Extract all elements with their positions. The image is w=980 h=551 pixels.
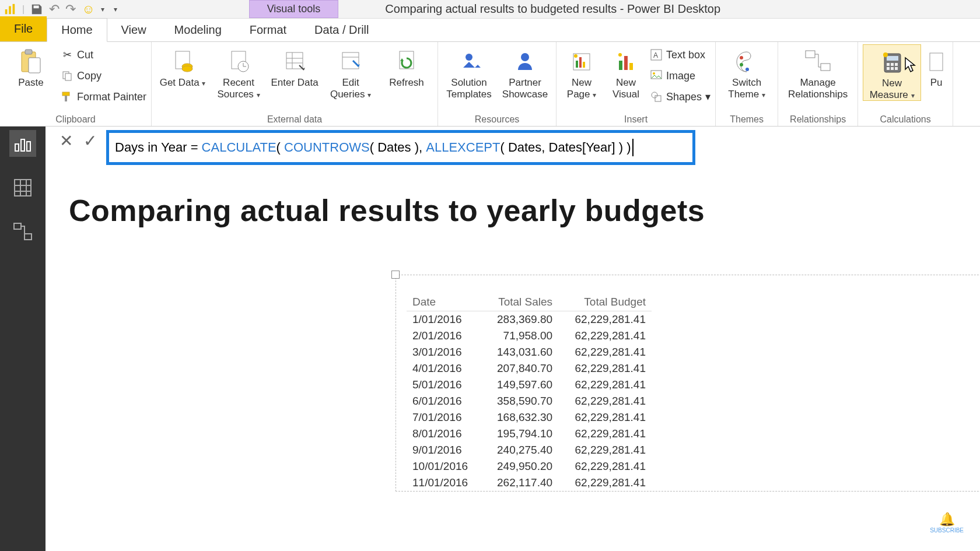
svg-point-22 [466, 54, 473, 61]
qat-customize-dropdown[interactable]: ▾ [110, 5, 121, 13]
tab-file[interactable]: File [0, 16, 47, 41]
ribbon-group-calculations: New Measure ▾ Pu Calculations [858, 42, 953, 126]
cell-budget: 62,229,281.41 [558, 377, 652, 393]
svg-rect-43 [821, 64, 830, 71]
formula-input[interactable]: Days in Year = CALCULATE ( COUNTROWS ( D… [106, 130, 695, 165]
report-canvas[interactable]: Comparing actual results to yearly budge… [46, 170, 980, 551]
tab-home[interactable]: Home [47, 18, 107, 42]
tab-data-drill[interactable]: Data / Drill [300, 19, 383, 41]
table-row[interactable]: 7/01/2016 168,632.30 62,229,281.41 [407, 409, 652, 426]
group-label-external-data: External data [267, 114, 322, 126]
svg-rect-2 [13, 3, 15, 13]
refresh-button[interactable]: Refresh [380, 44, 433, 89]
table-row[interactable]: 8/01/2016 195,794.10 62,229,281.41 [407, 426, 652, 442]
solution-templates-button[interactable]: Solution Templates [443, 44, 495, 100]
redo-icon[interactable]: ↷ [65, 2, 76, 17]
subscribe-bell-icon: 🔔 [930, 512, 964, 527]
table-row[interactable]: 11/01/2016 262,117.40 62,229,281.41 [407, 475, 652, 491]
cell-sales: 240,275.40 [482, 442, 558, 458]
shapes-icon [650, 90, 663, 103]
get-data-button[interactable]: Get Data ▾ [156, 44, 209, 89]
table-visual[interactable]: ≡ Date Total Sales Total Budget 1/01/201… [396, 275, 980, 492]
formula-commit-button[interactable]: ✓ [83, 131, 97, 150]
work-area: ✕ ✓ Days in Year = CALCULATE ( COUNTROWS… [0, 127, 980, 551]
partner-showcase-label: Partner Showcase [499, 77, 551, 100]
formula-fn-countrows: COUNTROWS [284, 140, 370, 155]
cell-budget: 62,229,281.41 [558, 311, 652, 328]
cell-date: 10/01/2016 [407, 458, 482, 475]
feedback-smiley-icon[interactable]: ☺ [82, 2, 94, 17]
canvas-wrap: ✕ ✓ Days in Year = CALCULATE ( COUNTROWS… [46, 127, 980, 551]
visual-options-icon[interactable]: ≡ [396, 275, 980, 290]
resize-handle-icon[interactable] [391, 271, 400, 279]
col-date[interactable]: Date [407, 293, 482, 311]
solution-templates-icon [456, 47, 482, 77]
svg-point-52 [883, 52, 888, 57]
smiley-dropdown[interactable]: ▾ [101, 5, 104, 13]
cell-budget: 62,229,281.41 [558, 458, 652, 475]
new-visual-button[interactable]: New Visual [606, 44, 646, 100]
ribbon-group-external-data: Get Data ▾ Recent Sources ▾ Enter Data E… [152, 42, 438, 126]
image-button[interactable]: Image [650, 66, 710, 85]
table-row[interactable]: 1/01/2016 283,369.80 62,229,281.41 [407, 311, 652, 328]
cell-sales: 262,117.40 [482, 475, 558, 491]
switch-theme-icon [734, 47, 759, 77]
table-row[interactable]: 3/01/2016 143,031.60 62,229,281.41 [407, 344, 652, 360]
copy-button[interactable]: Copy [61, 66, 146, 85]
new-measure-label: New Measure ▾ [863, 78, 921, 100]
formula-cancel-button[interactable]: ✕ [60, 131, 73, 150]
manage-relationships-button[interactable]: Manage Relationships [783, 44, 853, 100]
col-total-budget[interactable]: Total Budget [558, 293, 652, 311]
paste-icon [19, 47, 43, 77]
quick-access-toolbar: | ↶ ↷ ☺ ▾ ▾ [0, 2, 121, 17]
format-painter-button[interactable]: Format Painter [61, 87, 146, 106]
tab-modeling[interactable]: Modeling [160, 19, 236, 41]
edit-queries-button[interactable]: Edit Queries ▾ [324, 44, 377, 100]
svg-rect-56 [27, 142, 30, 151]
svg-rect-0 [5, 9, 8, 14]
enter-data-button[interactable]: Enter Data [268, 44, 321, 89]
table-row[interactable]: 6/01/2016 358,590.70 62,229,281.41 [407, 393, 652, 409]
format-painter-icon [61, 90, 74, 103]
group-label-clipboard: Clipboard [55, 114, 95, 126]
mouse-cursor-icon [904, 57, 917, 77]
new-page-button[interactable]: New Page ▾ [561, 44, 602, 100]
paste-button[interactable]: Paste [5, 44, 57, 89]
table-row[interactable]: 5/01/2016 149,597.60 62,229,281.41 [407, 377, 652, 393]
table-row[interactable]: 4/01/2016 207,840.70 62,229,281.41 [407, 360, 652, 377]
publish-button-partial[interactable]: Pu [925, 44, 948, 89]
cell-sales: 207,840.70 [482, 360, 558, 377]
cut-button[interactable]: ✂Cut [61, 45, 146, 64]
undo-icon[interactable]: ↶ [49, 2, 60, 17]
svg-rect-47 [891, 63, 894, 66]
nav-report-view[interactable] [9, 130, 36, 157]
group-label-themes: Themes [730, 114, 764, 126]
shapes-button[interactable]: Shapes ▾ [650, 87, 710, 106]
table-row[interactable]: 10/01/2016 249,950.20 62,229,281.41 [407, 458, 652, 475]
nav-data-view[interactable] [9, 174, 36, 201]
cell-sales: 71,958.00 [482, 328, 558, 344]
switch-theme-button[interactable]: Switch Theme ▾ [720, 44, 773, 100]
svg-rect-53 [930, 53, 943, 71]
visual-tools-tab[interactable]: Visual tools [249, 0, 339, 18]
svg-rect-62 [14, 223, 21, 229]
new-measure-button[interactable]: New Measure ▾ [863, 44, 921, 101]
nav-model-view[interactable] [9, 219, 36, 245]
ribbon-group-clipboard: Paste ✂Cut Copy Format Painter Clipboard [0, 42, 152, 126]
col-total-sales[interactable]: Total Sales [482, 293, 558, 311]
table-row[interactable]: 9/01/2016 240,275.40 62,229,281.41 [407, 442, 652, 458]
recent-sources-button[interactable]: Recent Sources ▾ [212, 44, 265, 100]
partner-showcase-button[interactable]: Partner Showcase [499, 44, 551, 100]
svg-point-28 [574, 54, 578, 58]
svg-rect-50 [891, 67, 894, 70]
svg-rect-1 [9, 6, 11, 14]
partner-showcase-icon [513, 47, 537, 77]
cell-sales: 143,031.60 [482, 344, 558, 360]
table-row[interactable]: 2/01/2016 71,958.00 62,229,281.41 [407, 328, 652, 344]
svg-rect-30 [624, 56, 628, 70]
tab-view[interactable]: View [107, 19, 160, 41]
save-icon[interactable] [30, 3, 43, 16]
cell-date: 7/01/2016 [407, 409, 482, 426]
tab-format[interactable]: Format [236, 19, 300, 41]
text-box-button[interactable]: AText box [650, 45, 710, 64]
